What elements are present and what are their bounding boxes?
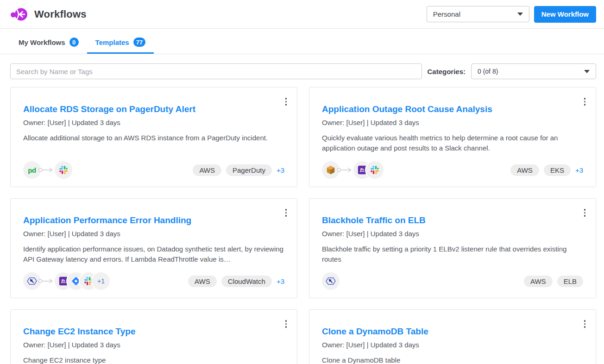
card-footer: +1 AWSCloudWatch+3 [23,272,284,290]
workflow-title-link[interactable]: Blackhole Traffic on ELB [322,215,583,226]
workflow-title-link[interactable]: Application Outage Root Cause Analysis [322,104,583,114]
workflow-tags: AWSEKS+3 [510,164,583,176]
workflow-connector-icons: +1 [23,272,110,290]
workflow-description: Allocate additional storage to an AWS RD… [23,133,284,143]
tag-pill: AWS [193,164,221,176]
tab-templates[interactable]: Templates 77 [87,29,154,54]
workflow-card: Application Outage Root Cause Analysis O… [309,87,596,187]
workspace-select[interactable]: Personal [427,6,529,22]
categories-select-value: 0 (of 8) [478,68,498,75]
workflow-description: Clone a DynamoDB table [322,355,583,364]
workflow-owner-updated: Owner: [User] | Updated 3 days [322,119,583,126]
search-input[interactable] [10,63,422,79]
tag-pill: AWS [510,164,539,176]
card-menu-button[interactable] [579,206,591,220]
more-tags-link[interactable]: +3 [575,166,583,174]
slack-icon [55,161,72,179]
workflow-description: Quickly evaluate various health metrics … [322,133,583,153]
tab-count-badge: 77 [133,38,145,47]
tab-label: My Workflows [19,38,65,46]
flow-arrow-icon [38,278,54,284]
tag-pill: EKS [544,164,571,176]
card-footer: AWSELB [322,272,583,290]
workflow-connector-icons [322,272,340,290]
flow-arrow-icon [337,167,352,173]
more-tags-link[interactable]: +3 [277,166,284,174]
workflow-owner-updated: Owner: [User] | Updated 3 days [23,119,284,126]
more-connectors-badge-icon: +1 [92,272,110,290]
filter-bar: Categories: 0 (of 8) [10,63,596,79]
workflow-description: Blackhole traffic by setting a priority … [322,244,583,264]
workflow-title-link[interactable]: Change EC2 Instance Type [23,326,284,337]
chevron-down-icon [584,70,590,73]
workflow-card: Application Performance Error Handling O… [10,198,297,298]
workflow-description: Identify application performance issues,… [23,244,284,264]
card-menu-button[interactable] [281,317,292,331]
workflow-connector-icons: pd [23,161,72,179]
workspace-select-value: Personal [433,10,460,18]
template-card-grid: Allocate RDS Storage on PagerDuty Alert … [10,87,596,364]
workflow-owner-updated: Owner: [User] | Updated 3 days [23,341,284,349]
slack-icon [366,161,384,179]
categories-select[interactable]: 0 (of 8) [471,63,596,79]
page-title: Workflows [34,8,87,20]
workflow-title-link[interactable]: Allocate RDS Storage on PagerDuty Alert [23,104,284,114]
app-logo-icon [10,6,29,22]
card-footer: pd AWSPagerDuty+3 [23,161,284,179]
categories-label: Categories: [427,68,466,75]
tab-my-workflows[interactable]: My Workflows 0 [10,29,87,54]
flow-arrow-icon [38,167,54,173]
webhook-trigger-icon [322,272,340,290]
workflow-card: Blackhole Traffic on ELB Owner: [User] |… [309,198,596,298]
card-menu-button[interactable] [579,317,591,331]
workflow-owner-updated: Owner: [User] | Updated 3 days [23,230,284,238]
workflow-owner-updated: Owner: [User] | Updated 3 days [322,341,583,349]
workflow-owner-updated: Owner: [User] | Updated 3 days [322,230,583,238]
card-menu-button[interactable] [281,206,292,220]
workflow-tags: AWSELB [524,276,583,287]
chevron-down-icon [517,13,523,16]
workflow-tags: AWSPagerDuty+3 [193,164,284,176]
tab-label: Templates [95,38,129,46]
workflow-description: Change EC2 instance type [23,355,284,364]
more-tags-link[interactable]: +3 [277,277,284,285]
app-header: Workflows Personal New Workflow [0,0,604,29]
card-footer: AWSEKS+3 [322,161,583,179]
workflow-title-link[interactable]: Application Performance Error Handling [23,215,284,226]
card-menu-button[interactable] [281,95,292,108]
tag-pill: PagerDuty [226,164,272,176]
tag-pill: AWS [188,276,217,287]
tag-pill: AWS [524,276,553,287]
workflow-card: Allocate RDS Storage on PagerDuty Alert … [10,87,297,187]
tag-pill: ELB [557,276,583,287]
tab-count-badge: 0 [69,38,79,47]
card-menu-button[interactable] [579,95,591,108]
workflow-connector-icons [322,161,384,179]
workflow-title-link[interactable]: Clone a DynamoDB Table [322,326,583,337]
tag-pill: CloudWatch [221,276,272,287]
workflow-card: Clone a DynamoDB Table Owner: [User] | U… [309,309,596,364]
tab-bar: My Workflows 0 Templates 77 [0,29,604,54]
workflow-tags: AWSCloudWatch+3 [188,276,284,287]
workflow-card: Change EC2 Instance Type Owner: [User] |… [10,309,297,364]
new-workflow-button[interactable]: New Workflow [534,6,596,23]
